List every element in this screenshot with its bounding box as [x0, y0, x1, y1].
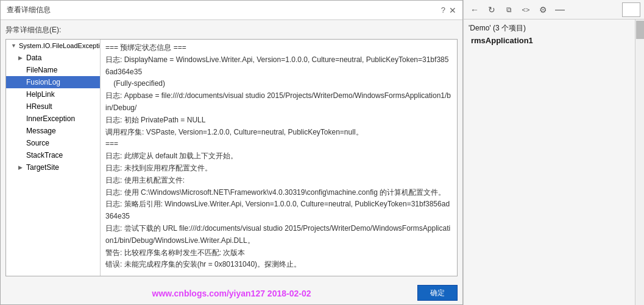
ide-project-name: rmsApplication1 [466, 35, 632, 46]
ide-panel: ← ↻ ⧉ <> ⚙ — 'Demo' (3 个项目) rmsApplicati… [463, 0, 644, 305]
detail-content: === 预绑定状态信息 === 日志: DisplayName = Window… [105, 42, 452, 271]
tree-item-message[interactable]: Message [6, 125, 100, 137]
close-icon[interactable]: ✕ [449, 5, 456, 15]
tree-item-targetsite[interactable]: ▶ TargetSite [6, 161, 100, 174]
tree-item-label-hresult: HResult [26, 102, 52, 111]
tree-item-stacktrace[interactable]: StackTrace [6, 149, 100, 161]
tree-item-label-innerexception: InnerException [26, 114, 75, 123]
dialog-title: 查看详细信息 [7, 5, 51, 15]
tree-item-source[interactable]: Source [6, 137, 100, 149]
ide-refresh-button[interactable]: ↻ [484, 2, 499, 17]
ide-back-button[interactable]: ← [467, 2, 482, 17]
ide-right: 'Demo' (3 个项目) rmsApplication1 [464, 19, 644, 305]
detail-panel: === 预绑定状态信息 === 日志: DisplayName = Window… [101, 40, 457, 276]
ide-copy-button[interactable]: ⧉ [501, 2, 516, 17]
dialog-titlebar: 查看详细信息 ? ✕ [1, 1, 462, 20]
tree-item-label-source: Source [26, 139, 49, 147]
ide-minimize-button[interactable]: — [553, 2, 567, 17]
tree-panel: ▼ System.IO.FileLoadException ▶ Data Fil… [6, 40, 101, 276]
tree-item-label-fusionlog: FusionLog [26, 78, 60, 86]
tree-item-system-io[interactable]: ▼ System.IO.FileLoadException [6, 40, 100, 52]
expand-icon: ▼ [11, 43, 17, 49]
tree-item-hresult[interactable]: HResult [6, 100, 100, 113]
help-icon[interactable]: ? [441, 5, 445, 15]
watermark: www.cnblogs.com/yiyan127 2018-02-02 [152, 289, 311, 298]
scroll-thumb [636, 21, 644, 39]
tree-item-label-message: Message [26, 127, 56, 135]
tree-item-label-data: Data [26, 54, 41, 62]
tree-item-data[interactable]: ▶ Data [6, 52, 100, 64]
tree-item-innerexception[interactable]: InnerException [6, 113, 100, 125]
tree-item-label: System.IO.FileLoadException [19, 42, 101, 49]
tree-item-fusionlog[interactable]: FusionLog [6, 76, 100, 88]
dialog-controls: ? ✕ [441, 5, 456, 15]
split-pane: ▼ System.IO.FileLoadException ▶ Data Fil… [5, 39, 458, 276]
dialog-body: 异常详细信息(E): ▼ System.IO.FileLoadException… [1, 20, 462, 281]
tree-item-filename[interactable]: FileName [6, 64, 100, 76]
ide-toolbar: ← ↻ ⧉ <> ⚙ — [464, 0, 644, 19]
ide-search-input[interactable] [622, 2, 640, 17]
tree-item-label-filename: FileName [26, 66, 57, 74]
ide-main: 'Demo' (3 个项目) rmsApplication1 [464, 19, 635, 305]
ide-content: 'Demo' (3 个项目) rmsApplication1 [464, 19, 635, 305]
tree-item-label-helplink: HelpLink [26, 90, 55, 99]
tree-item-label-stacktrace: StackTrace [26, 151, 63, 160]
ide-scrollbar[interactable] [635, 19, 644, 305]
tree-item-helplink[interactable]: HelpLink [6, 88, 100, 100]
exception-dialog: 查看详细信息 ? ✕ 异常详细信息(E): ▼ System.IO.FileLo… [0, 0, 463, 305]
ide-project-label: 'Demo' (3 个项目) [466, 22, 632, 35]
ok-button[interactable]: 确定 [417, 285, 458, 301]
ide-settings-button[interactable]: ⚙ [536, 2, 550, 17]
ide-code-button[interactable]: <> [518, 2, 533, 17]
expand-icon-targetsite: ▶ [18, 164, 24, 170]
expand-icon-data: ▶ [18, 55, 24, 61]
tree-item-label-targetsite: TargetSite [26, 163, 59, 172]
exception-label: 异常详细信息(E): [5, 25, 458, 35]
